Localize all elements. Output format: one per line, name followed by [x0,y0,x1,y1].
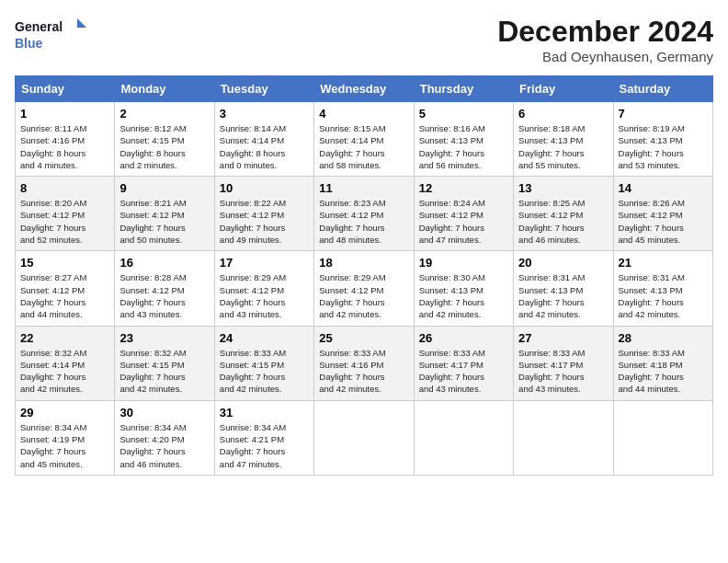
day-number-28: 28 [619,331,708,345]
day-number-1: 1 [20,107,109,121]
day-cell-25: 25Sunrise: 8:33 AM Sunset: 4:16 PM Dayli… [314,326,414,400]
day-info-11: Sunrise: 8:23 AM Sunset: 4:12 PM Dayligh… [319,197,408,246]
day-info-28: Sunrise: 8:33 AM Sunset: 4:18 PM Dayligh… [619,347,708,396]
day-cell-3: 3Sunrise: 8:14 AM Sunset: 4:14 PM Daylig… [214,102,313,177]
svg-marker-2 [77,18,86,28]
weekday-thursday: Thursday [414,76,513,102]
day-number-24: 24 [220,331,309,345]
day-number-21: 21 [619,256,708,270]
day-info-12: Sunrise: 8:24 AM Sunset: 4:12 PM Dayligh… [419,197,508,246]
day-info-19: Sunrise: 8:30 AM Sunset: 4:13 PM Dayligh… [419,271,508,320]
day-number-19: 19 [419,256,508,270]
day-cell-22: 22Sunrise: 8:32 AM Sunset: 4:14 PM Dayli… [16,326,115,400]
weekday-tuesday: Tuesday [214,76,313,102]
day-number-27: 27 [518,331,608,345]
day-cell-8: 8Sunrise: 8:20 AM Sunset: 4:12 PM Daylig… [16,177,115,251]
day-cell-20: 20Sunrise: 8:31 AM Sunset: 4:13 PM Dayli… [514,251,613,326]
day-number-6: 6 [518,107,608,121]
day-number-29: 29 [20,406,109,419]
day-info-9: Sunrise: 8:21 AM Sunset: 4:12 PM Dayligh… [119,197,209,246]
week-row-1: 1Sunrise: 8:11 AM Sunset: 4:16 PM Daylig… [16,102,713,177]
weekday-friday: Friday [514,76,613,102]
day-info-7: Sunrise: 8:19 AM Sunset: 4:13 PM Dayligh… [619,122,708,171]
day-number-20: 20 [518,256,608,270]
day-cell-10: 10Sunrise: 8:22 AM Sunset: 4:12 PM Dayli… [214,177,313,251]
page-header: General Blue December 2024 Bad Oeynhause… [15,15,713,64]
day-info-16: Sunrise: 8:28 AM Sunset: 4:12 PM Dayligh… [119,271,209,320]
day-cell-13: 13Sunrise: 8:25 AM Sunset: 4:12 PM Dayli… [514,177,613,251]
day-info-3: Sunrise: 8:14 AM Sunset: 4:14 PM Dayligh… [220,122,309,171]
day-info-21: Sunrise: 8:31 AM Sunset: 4:13 PM Dayligh… [619,271,708,320]
day-info-20: Sunrise: 8:31 AM Sunset: 4:13 PM Dayligh… [518,271,608,320]
week-row-3: 15Sunrise: 8:27 AM Sunset: 4:12 PM Dayli… [16,251,713,326]
day-number-26: 26 [419,331,508,345]
day-info-31: Sunrise: 8:34 AM Sunset: 4:21 PM Dayligh… [220,421,309,470]
day-number-22: 22 [20,331,109,345]
day-info-29: Sunrise: 8:34 AM Sunset: 4:19 PM Dayligh… [20,421,109,470]
day-info-25: Sunrise: 8:33 AM Sunset: 4:16 PM Dayligh… [319,347,408,396]
day-cell-14: 14Sunrise: 8:26 AM Sunset: 4:12 PM Dayli… [613,177,712,251]
empty-cell [414,400,513,475]
day-cell-5: 5Sunrise: 8:16 AM Sunset: 4:13 PM Daylig… [414,102,513,177]
day-info-24: Sunrise: 8:33 AM Sunset: 4:15 PM Dayligh… [220,347,309,396]
day-number-7: 7 [619,107,708,121]
empty-cell [613,400,712,475]
day-cell-9: 9Sunrise: 8:21 AM Sunset: 4:12 PM Daylig… [115,177,214,251]
svg-text:General: General [15,19,63,34]
day-cell-4: 4Sunrise: 8:15 AM Sunset: 4:14 PM Daylig… [314,102,414,177]
day-number-18: 18 [319,256,408,270]
day-cell-26: 26Sunrise: 8:33 AM Sunset: 4:17 PM Dayli… [414,326,513,400]
day-cell-12: 12Sunrise: 8:24 AM Sunset: 4:12 PM Dayli… [414,177,513,251]
day-cell-29: 29Sunrise: 8:34 AM Sunset: 4:19 PM Dayli… [16,400,115,475]
day-info-5: Sunrise: 8:16 AM Sunset: 4:13 PM Dayligh… [419,122,508,171]
svg-text:Blue: Blue [15,36,43,51]
day-cell-21: 21Sunrise: 8:31 AM Sunset: 4:13 PM Dayli… [613,251,712,326]
weekday-monday: Monday [115,76,214,102]
day-cell-15: 15Sunrise: 8:27 AM Sunset: 4:12 PM Dayli… [16,251,115,326]
day-number-10: 10 [220,181,309,195]
day-cell-28: 28Sunrise: 8:33 AM Sunset: 4:18 PM Dayli… [613,326,712,400]
day-cell-18: 18Sunrise: 8:29 AM Sunset: 4:12 PM Dayli… [314,251,414,326]
day-number-16: 16 [119,256,209,270]
day-cell-23: 23Sunrise: 8:32 AM Sunset: 4:15 PM Dayli… [115,326,214,400]
location-subtitle: Bad Oeynhausen, Germany [497,49,713,64]
empty-cell [314,400,414,475]
day-number-17: 17 [220,256,309,270]
day-info-13: Sunrise: 8:25 AM Sunset: 4:12 PM Dayligh… [518,197,608,246]
day-info-23: Sunrise: 8:32 AM Sunset: 4:15 PM Dayligh… [119,347,209,396]
day-info-6: Sunrise: 8:18 AM Sunset: 4:13 PM Dayligh… [518,122,608,171]
weekday-header-row: SundayMondayTuesdayWednesdayThursdayFrid… [16,76,713,102]
day-number-15: 15 [20,256,109,270]
day-cell-17: 17Sunrise: 8:29 AM Sunset: 4:12 PM Dayli… [214,251,313,326]
day-number-14: 14 [619,181,708,195]
calendar-table: SundayMondayTuesdayWednesdayThursdayFrid… [15,75,713,476]
day-number-30: 30 [119,406,209,419]
day-info-18: Sunrise: 8:29 AM Sunset: 4:12 PM Dayligh… [319,271,408,320]
day-info-2: Sunrise: 8:12 AM Sunset: 4:15 PM Dayligh… [119,122,209,171]
day-number-2: 2 [119,107,209,121]
week-row-5: 29Sunrise: 8:34 AM Sunset: 4:19 PM Dayli… [16,400,713,475]
day-cell-16: 16Sunrise: 8:28 AM Sunset: 4:12 PM Dayli… [115,251,214,326]
day-cell-6: 6Sunrise: 8:18 AM Sunset: 4:13 PM Daylig… [514,102,613,177]
day-number-9: 9 [119,181,209,195]
day-cell-30: 30Sunrise: 8:34 AM Sunset: 4:20 PM Dayli… [115,400,214,475]
weekday-wednesday: Wednesday [314,76,414,102]
week-row-4: 22Sunrise: 8:32 AM Sunset: 4:14 PM Dayli… [16,326,713,400]
day-info-4: Sunrise: 8:15 AM Sunset: 4:14 PM Dayligh… [319,122,408,171]
day-cell-31: 31Sunrise: 8:34 AM Sunset: 4:21 PM Dayli… [214,400,313,475]
day-number-12: 12 [419,181,508,195]
day-info-22: Sunrise: 8:32 AM Sunset: 4:14 PM Dayligh… [20,347,109,396]
day-number-25: 25 [319,331,408,345]
day-cell-1: 1Sunrise: 8:11 AM Sunset: 4:16 PM Daylig… [16,102,115,177]
day-cell-7: 7Sunrise: 8:19 AM Sunset: 4:13 PM Daylig… [613,102,712,177]
weekday-sunday: Sunday [16,76,115,102]
day-info-10: Sunrise: 8:22 AM Sunset: 4:12 PM Dayligh… [220,197,309,246]
logo-svg: General Blue [15,15,88,55]
day-number-13: 13 [518,181,608,195]
month-title: December 2024 [497,15,713,49]
day-info-27: Sunrise: 8:33 AM Sunset: 4:17 PM Dayligh… [518,347,608,396]
title-block: December 2024 Bad Oeynhausen, Germany [497,15,713,64]
day-number-3: 3 [220,107,309,121]
day-cell-11: 11Sunrise: 8:23 AM Sunset: 4:12 PM Dayli… [314,177,414,251]
empty-cell [514,400,613,475]
